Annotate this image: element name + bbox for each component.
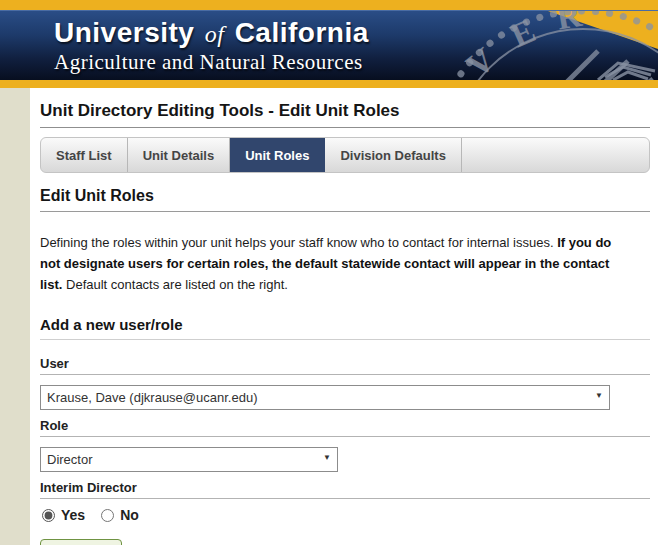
brand-university: University [54, 17, 194, 48]
gold-bottom-bar [0, 80, 658, 88]
user-label-divider [40, 374, 650, 375]
tab-unit-roles[interactable]: Unit Roles [230, 138, 325, 172]
user-label: User [40, 356, 650, 371]
site-header: V E R University of California Agricultu… [0, 0, 658, 88]
description-normal-1: Defining the roles within your unit help… [40, 235, 557, 250]
svg-text:R: R [554, 11, 585, 37]
svg-text:E: E [505, 11, 541, 54]
description-text: Defining the roles within your unit help… [40, 232, 632, 295]
navy-banner: V E R University of California Agricultu… [0, 10, 658, 80]
brand-california: California [235, 17, 369, 48]
brand-of: of [203, 21, 227, 47]
interim-no-label: No [120, 507, 139, 523]
interim-no-radio[interactable] [101, 509, 114, 522]
tab-division-defaults[interactable]: Division Defaults [325, 138, 461, 172]
svg-text:V: V [459, 40, 501, 80]
brand-title: University of California [54, 17, 369, 49]
role-select-wrap: Director [40, 447, 338, 472]
add-role-button[interactable]: Add Role [40, 539, 122, 545]
uc-seal-watermark-icon: V E R [423, 11, 658, 80]
interim-director-radio-group: Yes No [42, 507, 650, 523]
form-heading-divider [40, 339, 650, 340]
left-margin-strip [0, 88, 30, 545]
interim-director-label: Interim Director [40, 480, 650, 495]
role-label: Role [40, 418, 650, 433]
section-divider [40, 211, 650, 212]
brand-subtitle: Agriculture and Natural Resources [54, 50, 369, 75]
title-divider [40, 127, 650, 128]
gold-top-bar [0, 0, 658, 10]
main-content: Unit Directory Editing Tools - Edit Unit… [30, 88, 658, 545]
tab-unit-details[interactable]: Unit Details [128, 138, 231, 172]
tab-staff-list[interactable]: Staff List [41, 138, 128, 172]
interim-yes-radio[interactable] [42, 509, 55, 522]
user-select-wrap: Krause, Dave (djkrause@ucanr.edu) [40, 385, 610, 410]
page-body: Unit Directory Editing Tools - Edit Unit… [0, 88, 658, 545]
interim-director-divider [40, 498, 650, 499]
role-select[interactable]: Director [40, 447, 338, 472]
user-select[interactable]: Krause, Dave (djkrause@ucanr.edu) [40, 385, 610, 410]
section-heading: Edit Unit Roles [40, 186, 650, 205]
interim-yes-label: Yes [61, 507, 85, 523]
page: V E R University of California Agricultu… [0, 0, 658, 545]
page-title: Unit Directory Editing Tools - Edit Unit… [40, 100, 650, 121]
role-label-divider [40, 436, 650, 437]
description-normal-2: Default contacts are listed on the right… [62, 277, 287, 292]
tab-bar: Staff List Unit Details Unit Roles Divis… [40, 137, 650, 173]
brand-lockup: University of California Agriculture and… [54, 17, 369, 75]
form-heading: Add a new user/role [40, 316, 650, 334]
